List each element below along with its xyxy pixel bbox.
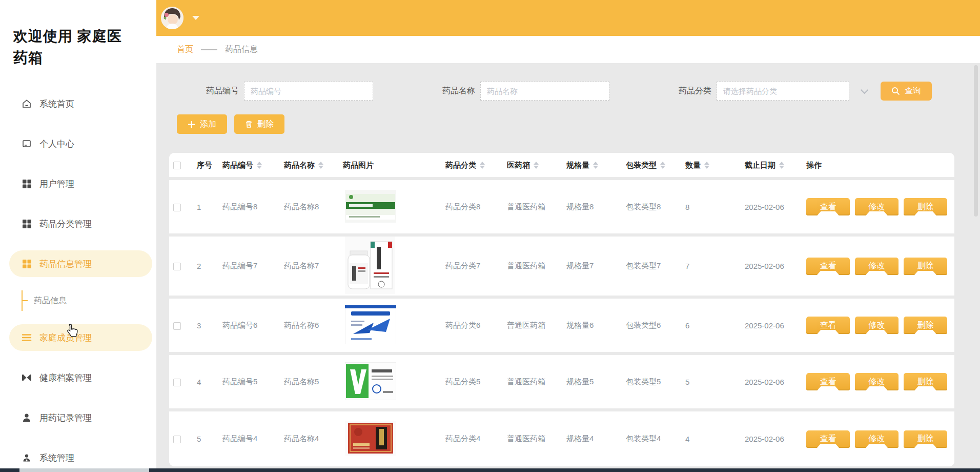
drug-name-input[interactable] <box>480 82 609 101</box>
add-button[interactable]: 添加 <box>177 114 227 134</box>
delete-row-button[interactable]: 删除 <box>904 317 947 334</box>
sort-icon[interactable] <box>704 162 709 169</box>
chevron-down-icon[interactable] <box>861 86 869 94</box>
cell-package-type: 包装类型8 <box>626 202 661 211</box>
app-title: 欢迎使用 家庭医药箱 <box>13 26 136 69</box>
cell-medicine-box: 普通医药箱 <box>507 261 545 270</box>
drug-category-select[interactable] <box>717 82 849 101</box>
row-checkbox[interactable] <box>173 204 181 211</box>
table-row: 4药品编号5药品名称5药品分类5普通医药箱规格量5包装类型552025-02-0… <box>169 353 954 410</box>
filter-group-code: 药品编号 <box>206 82 373 101</box>
row-checkbox[interactable] <box>173 379 181 386</box>
column-header: 包装类型 <box>626 160 657 169</box>
column-header: 数量 <box>685 160 701 169</box>
data-table-card: 序号药品编号药品名称药品图片药品分类医药箱规格量包装类型数量截止日期操作 1药品… <box>169 153 954 466</box>
cell-drug-name: 药品名称8 <box>284 202 319 211</box>
delete-row-button[interactable]: 删除 <box>904 198 947 215</box>
table-row: 1药品编号8药品名称8药品分类8普通医药箱规格量8包装类型882025-02-0… <box>169 179 954 235</box>
breadcrumb-home-link[interactable]: 首页 <box>177 44 193 55</box>
row-checkbox[interactable] <box>173 263 181 270</box>
sidebar-item-health-record-management[interactable]: 健康档案管理 <box>9 364 152 391</box>
sort-icon[interactable] <box>534 162 539 169</box>
search-button[interactable]: 查询 <box>881 82 932 101</box>
sort-icon[interactable] <box>318 162 323 169</box>
sidebar-item-label: 个人中心 <box>39 138 74 150</box>
edit-button[interactable]: 修改 <box>855 430 899 448</box>
delete-row-button[interactable]: 删除 <box>904 430 947 448</box>
sidebar-item-personal-center[interactable]: 个人中心 <box>9 130 152 157</box>
cell-drug-code: 药品编号7 <box>222 261 257 270</box>
sidebar-item-drug-info-management[interactable]: 药品信息管理 <box>9 250 152 277</box>
cell-qty: 8 <box>685 203 689 211</box>
delete-row-button[interactable]: 删除 <box>904 258 947 275</box>
cell-package-type: 包装类型4 <box>626 434 661 443</box>
view-button[interactable]: 查看 <box>806 198 850 215</box>
cell-deadline: 2025-02-06 <box>745 203 784 211</box>
sidebar-item-medication-record-management[interactable]: 用药记录管理 <box>9 404 152 431</box>
edit-button[interactable]: 修改 <box>855 258 899 275</box>
row-checkbox[interactable] <box>173 322 181 330</box>
sort-icon[interactable] <box>779 162 784 169</box>
topbar <box>156 0 980 36</box>
cell-category: 药品分类7 <box>445 261 480 270</box>
sidebar-item-user-management[interactable]: 用户管理 <box>9 170 152 197</box>
cell-drug-name: 药品名称5 <box>284 377 319 386</box>
sidebar-item-system-home[interactable]: 系统首页 <box>9 90 152 117</box>
sort-icon[interactable] <box>257 162 262 169</box>
sort-icon[interactable] <box>480 162 485 169</box>
column-header: 规格量 <box>566 160 589 169</box>
sidebar-item-label: 药品分类管理 <box>39 218 92 230</box>
filter-group-category: 药品分类 <box>679 82 866 101</box>
sidebar-item-drug-category-management[interactable]: 药品分类管理 <box>9 210 152 237</box>
search-icon <box>891 87 900 95</box>
sidebar-menu: 系统首页个人中心用户管理药品分类管理药品信息管理药品信息家庭成员管理健康档案管理… <box>0 90 156 471</box>
product-image-blue-arrow-box <box>345 305 396 346</box>
vertical-scrollbar[interactable] <box>974 65 978 217</box>
cell-medicine-box: 普通医药箱 <box>507 202 545 211</box>
view-button[interactable]: 查看 <box>806 430 850 448</box>
sort-icon[interactable] <box>660 162 665 169</box>
column-header: 医药箱 <box>507 160 530 169</box>
column-header: 药品图片 <box>343 160 374 169</box>
product-image-green-v-box <box>345 362 396 402</box>
cell-category: 药品分类6 <box>445 321 480 329</box>
edit-button[interactable]: 修改 <box>855 317 899 334</box>
cell-seq: 3 <box>197 321 201 330</box>
cell-drug-name: 药品名称6 <box>284 321 319 329</box>
select-all-checkbox[interactable] <box>173 162 181 169</box>
edit-button[interactable]: 修改 <box>855 373 899 390</box>
delete-button[interactable]: 删除 <box>234 114 284 134</box>
sidebar-item-drug-info[interactable]: 药品信息 <box>22 290 152 311</box>
cell-drug-code: 药品编号5 <box>222 377 257 386</box>
cell-category: 药品分类8 <box>445 202 480 211</box>
grid-icon <box>22 219 32 229</box>
avatar-dropdown-caret-icon[interactable] <box>192 16 199 20</box>
cell-deadline: 2025-02-06 <box>745 378 784 386</box>
sidebar-item-label: 用药记录管理 <box>39 412 92 424</box>
user-avatar[interactable] <box>161 7 183 29</box>
grid-icon <box>22 259 32 269</box>
breadcrumb-current: 药品信息 <box>225 44 258 55</box>
cell-medicine-box: 普通医药箱 <box>507 434 545 443</box>
cell-drug-code: 药品编号8 <box>222 202 257 211</box>
drug-table: 序号药品编号药品名称药品图片药品分类医药箱规格量包装类型数量截止日期操作 1药品… <box>169 153 954 466</box>
cell-drug-name: 药品名称4 <box>284 434 319 443</box>
row-checkbox[interactable] <box>173 436 181 443</box>
sidebar-item-label: 健康档案管理 <box>39 372 92 384</box>
sidebar-item-family-member-management[interactable]: 家庭成员管理 <box>9 324 152 351</box>
sidebar-item-system-management[interactable]: 系统管理 <box>9 444 152 471</box>
cell-seq: 5 <box>197 435 201 443</box>
cell-qty: 4 <box>685 435 689 443</box>
person-icon <box>22 453 32 463</box>
horizontal-scrollbar-thumb[interactable] <box>19 468 149 472</box>
view-button[interactable]: 查看 <box>806 373 850 390</box>
edit-button[interactable]: 修改 <box>855 198 899 215</box>
view-button[interactable]: 查看 <box>806 258 850 275</box>
drug-code-input[interactable] <box>244 82 373 101</box>
delete-row-button[interactable]: 删除 <box>904 373 947 390</box>
table-row: 5药品编号4药品名称4药品分类4普通医药箱规格量4包装类型442025-02-0… <box>169 410 954 466</box>
cell-category: 药品分类5 <box>445 377 480 386</box>
view-button[interactable]: 查看 <box>806 317 850 334</box>
cell-seq: 4 <box>197 378 201 386</box>
sort-icon[interactable] <box>593 162 598 169</box>
